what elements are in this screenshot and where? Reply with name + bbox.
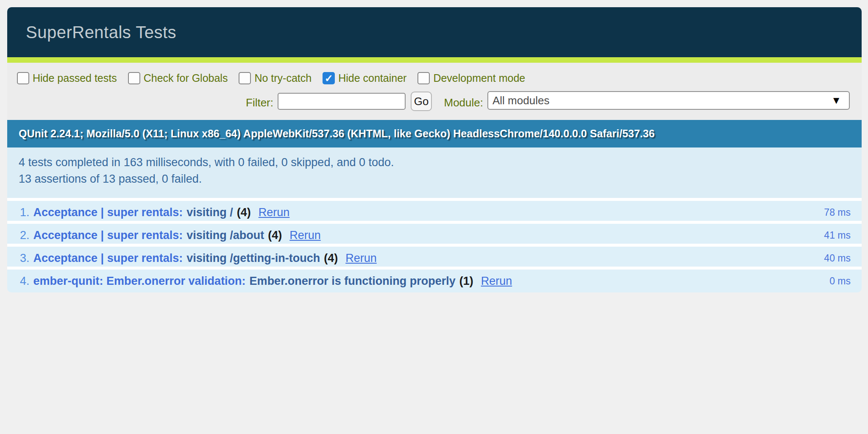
test-module-name: Acceptance | super rentals: (33, 252, 183, 264)
test-number: 4. (20, 275, 30, 287)
test-runner-toolbar: Hide passed tests Check for Globals No t… (7, 63, 862, 120)
summary-line-completed: 4 tests completed in 163 milliseconds, w… (19, 154, 862, 171)
checkbox-development-mode[interactable] (417, 72, 430, 84)
module-select[interactable]: All modules ▼ (487, 91, 850, 110)
test-list: 78 ms 1.Acceptance | super rentals:visit… (7, 201, 862, 292)
checkbox-hide-container[interactable] (323, 72, 335, 84)
test-assertion-count: (4) (268, 229, 282, 242)
test-runtime: 0 ms (829, 270, 851, 292)
qunit-container: SuperRentals Tests Hide passed tests Che… (7, 7, 862, 292)
user-agent-text: QUnit 2.24.1; Mozilla/5.0 (X11; Linux x8… (19, 128, 655, 140)
summary-line-assertions: 13 assertions of 13 passed, 0 failed. (19, 171, 862, 187)
test-name[interactable]: Ember.onerror is functioning properly (250, 275, 456, 287)
test-runtime: 78 ms (824, 201, 851, 224)
checkbox-label[interactable]: Hide container (338, 72, 406, 84)
toolbar-option-check-globals[interactable]: Check for Globals (128, 72, 228, 84)
module-label: Module: (304, 95, 483, 110)
toolbar-option-hide-container[interactable]: Hide container (323, 72, 406, 84)
test-assertion-count: (4) (237, 206, 251, 219)
toolbar-checkbox-row: Hide passed tests Check for Globals No t… (17, 72, 525, 84)
dropdown-arrow-icon: ▼ (831, 95, 841, 106)
user-agent-banner: QUnit 2.24.1; Mozilla/5.0 (X11; Linux x8… (7, 120, 862, 147)
checkbox-label[interactable]: Check for Globals (144, 72, 228, 84)
filter-label: Filter: (7, 95, 273, 110)
test-runtime: 40 ms (824, 247, 851, 270)
toolbar-option-hide-passed[interactable]: Hide passed tests (17, 72, 117, 84)
test-number: 1. (20, 206, 30, 219)
rerun-link[interactable]: Rerun (345, 252, 377, 264)
toolbar-option-development-mode[interactable]: Development mode (417, 72, 525, 84)
test-name[interactable]: visiting / (186, 206, 233, 219)
test-number: 3. (20, 252, 30, 264)
test-module-name: Acceptance | super rentals: (33, 206, 183, 219)
page-title: SuperRentals Tests (7, 23, 176, 42)
test-result-summary: 4 tests completed in 163 milliseconds, w… (7, 147, 862, 201)
test-assertion-count: (4) (324, 252, 338, 264)
test-assertion-count: (1) (459, 275, 473, 287)
rerun-link[interactable]: Rerun (481, 275, 512, 287)
test-row[interactable]: 0 ms 4.ember-qunit: Ember.onerror valida… (7, 270, 862, 292)
pass-status-bar (7, 57, 862, 63)
test-row[interactable]: 41 ms 2.Acceptance | super rentals:visit… (7, 224, 862, 247)
checkbox-label[interactable]: No try-catch (254, 72, 312, 84)
test-module-name: ember-qunit: Ember.onerror validation: (33, 275, 246, 287)
rerun-link[interactable]: Rerun (259, 206, 290, 219)
test-row[interactable]: 40 ms 3.Acceptance | super rentals:visit… (7, 247, 862, 270)
checkbox-label[interactable]: Hide passed tests (33, 72, 117, 84)
checkbox-label[interactable]: Development mode (433, 72, 525, 84)
test-name[interactable]: visiting /about (186, 229, 264, 242)
test-row[interactable]: 78 ms 1.Acceptance | super rentals:visit… (7, 201, 862, 224)
module-select-value: All modules (492, 94, 549, 107)
checkbox-hide-passed-tests[interactable] (17, 72, 29, 84)
page-header: SuperRentals Tests (7, 7, 862, 57)
test-module-name: Acceptance | super rentals: (33, 229, 183, 242)
toolbar-option-no-try-catch[interactable]: No try-catch (239, 72, 312, 84)
checkbox-check-for-globals[interactable] (128, 72, 140, 84)
test-runtime: 41 ms (824, 224, 851, 247)
rerun-link[interactable]: Rerun (289, 229, 321, 242)
checkbox-no-try-catch[interactable] (239, 72, 251, 84)
test-number: 2. (20, 229, 30, 242)
test-name[interactable]: visiting /getting-in-touch (186, 252, 320, 264)
